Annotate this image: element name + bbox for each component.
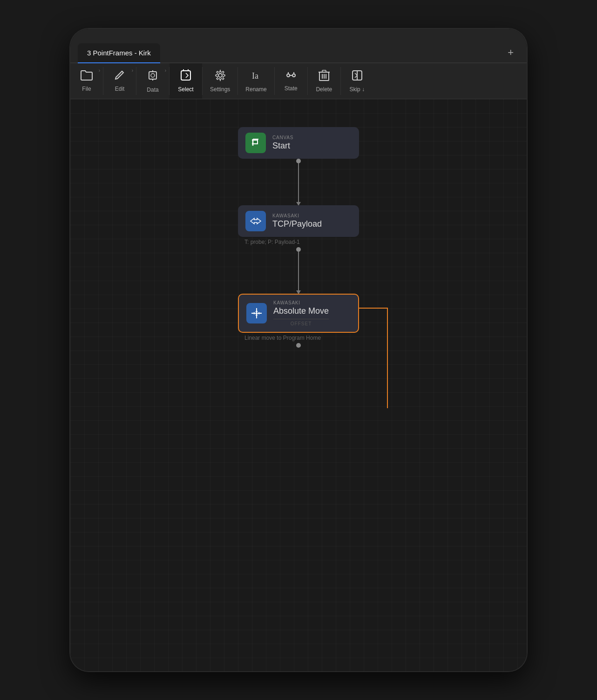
start-node[interactable]: CANVAS Start	[238, 127, 359, 159]
rename-icon: Ia	[250, 69, 262, 83]
skip-label: Skip ↓	[349, 86, 365, 93]
toolbar-file[interactable]: › File	[70, 63, 103, 99]
toolbar-delete[interactable]: Delete	[308, 63, 340, 99]
absolute-move-category: KAWASAKI	[273, 300, 329, 305]
absolute-move-icon	[246, 303, 267, 323]
start-content: CANVAS Start	[272, 135, 293, 151]
start-title: Start	[272, 141, 293, 151]
app-container: 3 PointFrames - Kirk + › File	[70, 29, 527, 671]
skip-icon	[351, 69, 363, 83]
tcp-category: KAWASAKI	[272, 213, 322, 218]
rename-label: Rename	[245, 86, 266, 93]
file-label: File	[82, 86, 91, 92]
tab-title: 3 PointFrames - Kirk	[87, 49, 151, 57]
orange-line-vert	[387, 308, 388, 408]
start-category: CANVAS	[272, 135, 293, 140]
absolute-move-title: Absolute Move	[273, 306, 329, 316]
tcp-node[interactable]: KAWASAKI TCP/Payload	[238, 205, 359, 237]
orange-line-horiz-top	[358, 308, 387, 309]
tcp-content: KAWASAKI TCP/Payload	[272, 213, 322, 229]
data-chevron: ›	[165, 68, 166, 73]
start-connector-bottom	[296, 159, 301, 163]
svg-point-1	[151, 74, 155, 77]
tablet-frame: 3 PointFrames - Kirk + › File	[70, 29, 527, 671]
absolute-move-content: KAWASAKI Absolute Move OFFSET	[273, 300, 329, 326]
tcp-subtitle: T: probe; P: Payload-1	[238, 237, 359, 247]
settings-label: Settings	[210, 86, 230, 93]
edit-icon	[114, 70, 126, 83]
file-chevron: ›	[99, 68, 100, 73]
svg-point-10	[292, 74, 295, 77]
flow-container: CANVAS Start	[238, 127, 359, 348]
absolute-move-subtitle: Linear move to Program Home	[238, 333, 359, 343]
toolbar-state[interactable]: State	[275, 63, 307, 99]
state-label: State	[285, 85, 298, 92]
svg-point-9	[287, 74, 290, 77]
settings-icon	[214, 69, 226, 83]
tab-active[interactable]: 3 PointFrames - Kirk	[78, 43, 160, 63]
toolbar-data[interactable]: › Data	[136, 63, 169, 99]
svg-text:Ia: Ia	[252, 71, 258, 81]
svg-point-7	[218, 74, 222, 77]
data-label: Data	[147, 87, 158, 93]
start-icon	[245, 133, 266, 153]
toolbar-edit[interactable]: › Edit	[103, 63, 136, 99]
tcp-icon	[245, 211, 266, 231]
toolbar-settings[interactable]: Settings	[203, 63, 237, 99]
connector-line-1	[298, 163, 299, 205]
folder-icon	[80, 70, 93, 83]
connector-line-2	[298, 252, 299, 294]
tab-bar: 3 PointFrames - Kirk +	[70, 29, 527, 63]
toolbar: › File › Edit	[70, 63, 527, 99]
svg-rect-0	[149, 72, 156, 79]
data-icon	[146, 69, 159, 84]
select-label: Select	[178, 86, 193, 93]
toolbar-skip[interactable]: Skip ↓	[341, 63, 373, 99]
tab-add-button[interactable]: +	[502, 43, 519, 62]
toolbar-rename[interactable]: Ia Rename	[238, 63, 274, 99]
start-node-wrapper: CANVAS Start	[238, 127, 359, 205]
offset-label: OFFSET	[273, 319, 329, 326]
delete-icon	[319, 69, 330, 83]
tcp-connector-bottom	[296, 247, 301, 252]
state-icon	[285, 70, 297, 82]
svg-rect-4	[181, 71, 190, 80]
edit-label: Edit	[115, 86, 125, 92]
edit-chevron: ›	[132, 68, 133, 73]
tcp-title: TCP/Payload	[272, 219, 322, 229]
absolute-move-node[interactable]: KAWASAKI Absolute Move OFFSET	[238, 294, 359, 333]
select-icon	[180, 69, 192, 83]
absolute-move-connector-bottom	[296, 343, 301, 348]
absolute-move-wrapper: KAWASAKI Absolute Move OFFSET Linear mov…	[238, 294, 359, 348]
tcp-node-wrapper: KAWASAKI TCP/Payload T: probe; P: Payloa…	[238, 205, 359, 294]
svg-rect-19	[322, 70, 326, 72]
canvas-area[interactable]: CANVAS Start	[70, 99, 527, 671]
toolbar-select[interactable]: Select	[170, 63, 202, 99]
delete-label: Delete	[316, 86, 332, 93]
